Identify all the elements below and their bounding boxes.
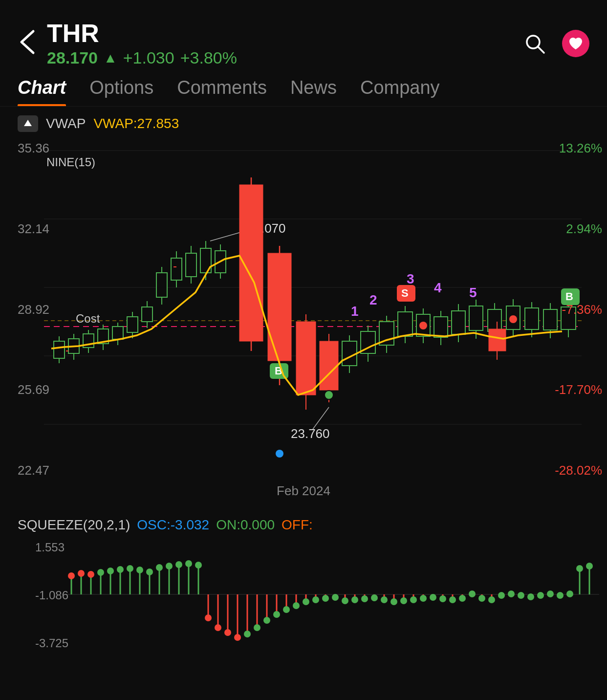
- svg-text:3: 3: [407, 271, 414, 286]
- svg-point-235: [586, 563, 593, 569]
- date-label: Feb 2024: [277, 483, 330, 499]
- svg-point-131: [78, 570, 85, 577]
- svg-point-153: [185, 560, 192, 567]
- svg-point-113: [419, 322, 427, 329]
- svg-text:B: B: [565, 290, 573, 303]
- svg-point-203: [430, 594, 436, 601]
- favorite-button[interactable]: [562, 30, 589, 57]
- svg-point-133: [87, 571, 94, 578]
- svg-rect-64: [320, 341, 338, 390]
- svg-text:NINE(15): NINE(15): [46, 155, 95, 169]
- svg-point-211: [469, 591, 476, 597]
- ticker-change: +1.030: [123, 48, 174, 67]
- squeeze-on: ON:0.000: [216, 517, 275, 533]
- svg-point-205: [439, 595, 446, 602]
- buy-signal-b2: B: [561, 288, 580, 305]
- svg-point-173: [283, 606, 290, 613]
- svg-marker-2: [24, 120, 32, 126]
- tab-news[interactable]: News: [290, 77, 337, 106]
- svg-point-187: [351, 596, 358, 603]
- svg-point-69: [325, 391, 333, 399]
- vwap-toggle[interactable]: [18, 115, 38, 132]
- vwap-row: VWAP VWAP:27.853: [0, 107, 607, 136]
- svg-point-161: [224, 629, 231, 636]
- svg-text:1: 1: [351, 304, 359, 319]
- svg-point-217: [498, 592, 505, 599]
- svg-rect-61: [296, 322, 316, 395]
- vwap-value: VWAP:27.853: [93, 116, 179, 131]
- ticker-symbol: THR: [47, 20, 237, 47]
- svg-rect-98: [469, 306, 483, 330]
- svg-point-199: [410, 596, 417, 603]
- svg-point-147: [156, 564, 163, 571]
- squeeze-level-low: -3.725: [35, 636, 68, 650]
- svg-point-197: [400, 597, 407, 604]
- svg-point-167: [254, 624, 260, 631]
- price-arrow-icon: ▲: [104, 50, 117, 66]
- vwap-label: VWAP: [46, 116, 86, 131]
- tab-company[interactable]: Company: [360, 77, 440, 106]
- header-left: THR 28.170 ▲ +1.030 +3.80%: [18, 20, 237, 67]
- svg-line-1: [538, 46, 544, 53]
- svg-rect-92: [434, 317, 448, 337]
- svg-text:S: S: [401, 287, 409, 299]
- svg-point-207: [449, 596, 456, 603]
- svg-point-233: [576, 565, 583, 572]
- squeeze-level-high: 1.553: [35, 541, 68, 554]
- main-chart: 35.36 32.14 28.92 25.69 22.47 13.26% 2.9…: [0, 136, 607, 507]
- ticker-price: 28.170: [47, 48, 98, 67]
- tab-chart[interactable]: Chart: [18, 77, 66, 106]
- svg-point-193: [381, 596, 388, 603]
- squeeze-chart: 1.553 -1.086 -3.725: [18, 541, 589, 650]
- svg-point-201: [420, 595, 427, 602]
- squeeze-osc-value: -3.032: [171, 517, 209, 532]
- svg-rect-29: [127, 317, 138, 332]
- svg-rect-35: [156, 273, 167, 297]
- header-right: [521, 30, 589, 57]
- svg-rect-12: [54, 341, 65, 358]
- svg-point-219: [508, 591, 515, 597]
- squeeze-svg: [18, 541, 607, 648]
- svg-point-195: [390, 598, 397, 605]
- svg-rect-56: [268, 253, 291, 361]
- svg-point-215: [488, 596, 495, 603]
- svg-point-213: [478, 595, 485, 602]
- ticker-price-row: 28.170 ▲ +1.030 +3.80%: [47, 48, 237, 67]
- tab-options[interactable]: Options: [89, 77, 153, 106]
- svg-text:Cost: Cost: [76, 312, 100, 325]
- svg-point-157: [205, 614, 212, 621]
- svg-point-143: [136, 567, 143, 573]
- squeeze-off: OFF:: [282, 517, 313, 533]
- search-button[interactable]: [521, 30, 548, 57]
- squeeze-osc-label: OSC:-3.032: [137, 517, 209, 533]
- back-button[interactable]: [18, 29, 37, 58]
- svg-rect-121: [561, 307, 576, 329]
- chart-svg: Cost NINE(15): [0, 136, 607, 478]
- ticker-pct-change: +3.80%: [180, 48, 237, 67]
- svg-point-155: [195, 562, 202, 569]
- svg-rect-79: [398, 312, 412, 336]
- sell-signal-s: S: [397, 285, 415, 302]
- squeeze-levels: 1.553 -1.086 -3.725: [35, 541, 68, 650]
- svg-point-181: [322, 595, 329, 602]
- svg-rect-41: [186, 253, 196, 277]
- squeeze-section: SQUEEZE(20,2,1) OSC:-3.032 ON:0.000 OFF:…: [0, 507, 607, 650]
- squeeze-title: SQUEEZE(20,2,1): [18, 517, 130, 533]
- svg-point-185: [342, 597, 348, 604]
- svg-point-227: [547, 591, 554, 597]
- svg-point-135: [97, 569, 104, 576]
- svg-point-175: [293, 602, 300, 609]
- ticker-info: THR 28.170 ▲ +1.030 +3.80%: [47, 20, 237, 67]
- svg-point-191: [371, 594, 378, 601]
- svg-text:2: 2: [369, 292, 377, 307]
- svg-point-149: [166, 563, 173, 569]
- header: THR 28.170 ▲ +1.030 +3.80%: [0, 0, 607, 77]
- svg-point-231: [566, 591, 573, 597]
- svg-point-229: [557, 592, 564, 599]
- svg-point-169: [263, 617, 270, 624]
- tab-comments[interactable]: Comments: [177, 77, 267, 106]
- svg-text:4: 4: [434, 280, 442, 295]
- squeeze-level-mid: -1.086: [35, 589, 68, 602]
- svg-point-129: [68, 572, 75, 579]
- svg-rect-115: [489, 329, 506, 351]
